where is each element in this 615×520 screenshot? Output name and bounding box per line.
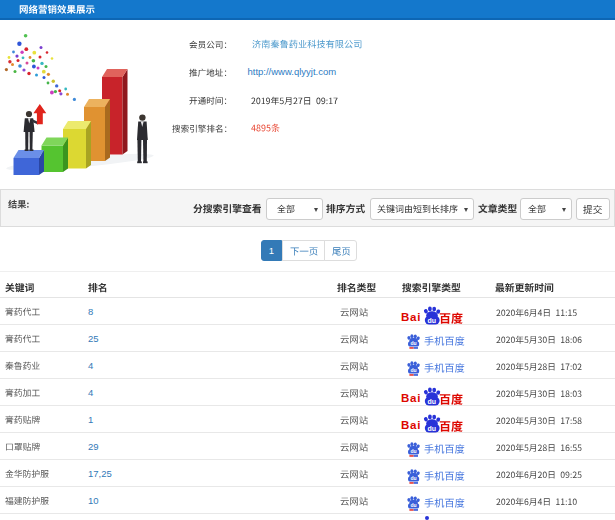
svg-text:du: du (410, 475, 416, 481)
svg-text:Bai: Bai (401, 311, 421, 323)
svg-text:du: du (410, 340, 416, 346)
svg-text:du: du (410, 367, 416, 373)
svg-text:du: du (427, 398, 436, 405)
svg-text:du: du (427, 317, 436, 324)
svg-text:du: du (427, 425, 436, 432)
svg-text:du: du (410, 448, 416, 454)
svg-text:Bai: Bai (401, 392, 421, 404)
svg-text:Bai: Bai (401, 419, 421, 431)
svg-text:du: du (410, 502, 416, 508)
